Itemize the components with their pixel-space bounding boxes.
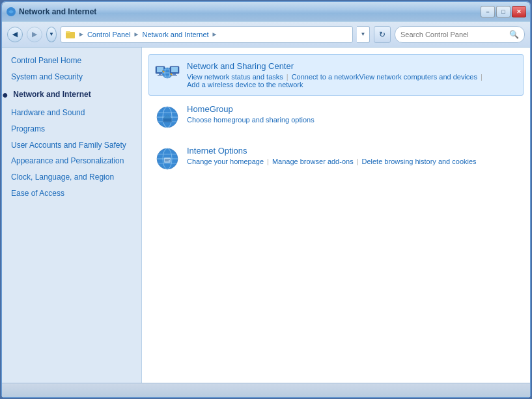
network-sharing-links: View network status and tasks | Connect … (187, 73, 518, 89)
sidebar-item-system-security[interactable]: System and Security (2, 69, 141, 85)
maximize-button[interactable]: □ (496, 6, 511, 18)
internet-options-title[interactable]: Internet Options (187, 146, 477, 156)
svg-rect-14 (173, 74, 176, 75)
homegroup-links: Choose homegroup and sharing options (187, 116, 315, 124)
title-bar: Network and Internet – □ ✕ (2, 2, 530, 21)
sidebar-item-programs[interactable]: Programs (2, 121, 141, 137)
svg-rect-6 (158, 75, 163, 76)
main-window: Network and Internet – □ ✕ ◀ ▶ ▼ ► Contr… (1, 1, 531, 398)
sidebar-item-network-internet: ● Network and Internet (2, 85, 141, 105)
network-sharing-icon (154, 61, 180, 87)
svg-rect-5 (159, 74, 161, 75)
breadcrumb-network-internet[interactable]: Network and Internet (142, 31, 208, 38)
view-network-status-link[interactable]: View network status and tasks (187, 73, 283, 81)
search-input[interactable] (400, 31, 507, 38)
sidebar-item-appearance[interactable]: Appearance and Personalization (2, 153, 141, 169)
view-network-computers-link[interactable]: View network computers and devices (359, 73, 477, 81)
internet-options-item: Internet Options Change your homepage | … (148, 139, 524, 179)
homegroup-title[interactable]: HomeGroup (187, 104, 315, 114)
main-area: Control Panel Home System and Security ●… (2, 48, 530, 383)
breadcrumb-bar: ► Control Panel ► Network and Internet ► (61, 26, 353, 43)
search-icon[interactable]: 🔍 (509, 30, 519, 39)
svg-rect-15 (172, 75, 177, 76)
sidebar-item-user-accounts[interactable]: User Accounts and Family Safety (2, 137, 141, 154)
content-panel: Network and Sharing Center View network … (142, 48, 530, 383)
breadcrumb-sep-3: ► (212, 31, 218, 38)
homegroup-text: HomeGroup Choose homegroup and sharing o… (187, 104, 315, 124)
close-button[interactable]: ✕ (512, 6, 526, 18)
refresh-button[interactable]: ↻ (374, 26, 391, 43)
manage-addons-link[interactable]: Manage browser add-ons (272, 158, 354, 165)
breadcrumb-dropdown[interactable]: ▼ (357, 26, 370, 43)
breadcrumb-sep-2: ► (133, 31, 140, 38)
minimize-button[interactable]: – (481, 6, 495, 18)
change-homepage-link[interactable]: Change your homepage (187, 158, 264, 165)
svg-rect-2 (66, 31, 70, 33)
homegroup-icon (154, 104, 180, 130)
title-bar-left: Network and Internet (6, 7, 96, 17)
choose-homegroup-link[interactable]: Choose homegroup and sharing options (187, 116, 315, 124)
add-wireless-device-link[interactable]: Add a wireless device to the network (187, 81, 303, 89)
network-sharing-text: Network and Sharing Center View network … (187, 61, 518, 89)
internet-options-text: Internet Options Change your homepage | … (187, 146, 477, 165)
forward-button[interactable]: ▶ (27, 27, 42, 42)
breadcrumb-control-panel[interactable]: Control Panel (87, 31, 131, 38)
sidebar-item-control-panel-home[interactable]: Control Panel Home (2, 53, 141, 69)
status-bar (2, 383, 530, 397)
connect-network-link[interactable]: Connect to a network (292, 73, 359, 81)
nav-bar: ◀ ▶ ▼ ► Control Panel ► Network and Inte… (2, 21, 530, 48)
svg-rect-13 (171, 67, 178, 72)
folder-icon (65, 29, 76, 40)
sidebar: Control Panel Home System and Security ●… (2, 48, 142, 383)
window-title: Network and Internet (19, 7, 96, 16)
window-icon (6, 7, 16, 17)
sidebar-item-clock-language[interactable]: Clock, Language, and Region (2, 169, 141, 186)
network-sharing-title[interactable]: Network and Sharing Center (187, 61, 518, 71)
active-bullet: ● (2, 88, 11, 102)
recent-pages-button[interactable]: ▼ (46, 27, 57, 42)
network-sharing-item: Network and Sharing Center View network … (148, 54, 524, 96)
internet-options-links: Change your homepage | Manage browser ad… (187, 158, 477, 165)
breadcrumb-sep-1: ► (78, 31, 85, 38)
search-bar: 🔍 (395, 26, 525, 43)
svg-rect-26 (164, 158, 171, 163)
back-button[interactable]: ◀ (7, 27, 23, 42)
sidebar-item-hardware-sound[interactable]: Hardware and Sound (2, 105, 141, 121)
sidebar-item-ease-access[interactable]: Ease of Access (2, 186, 141, 202)
internet-options-icon (154, 146, 180, 172)
homegroup-item: HomeGroup Choose homegroup and sharing o… (148, 97, 524, 137)
title-bar-controls: – □ ✕ (481, 6, 526, 18)
delete-history-link[interactable]: Delete browsing history and cookies (362, 158, 477, 165)
